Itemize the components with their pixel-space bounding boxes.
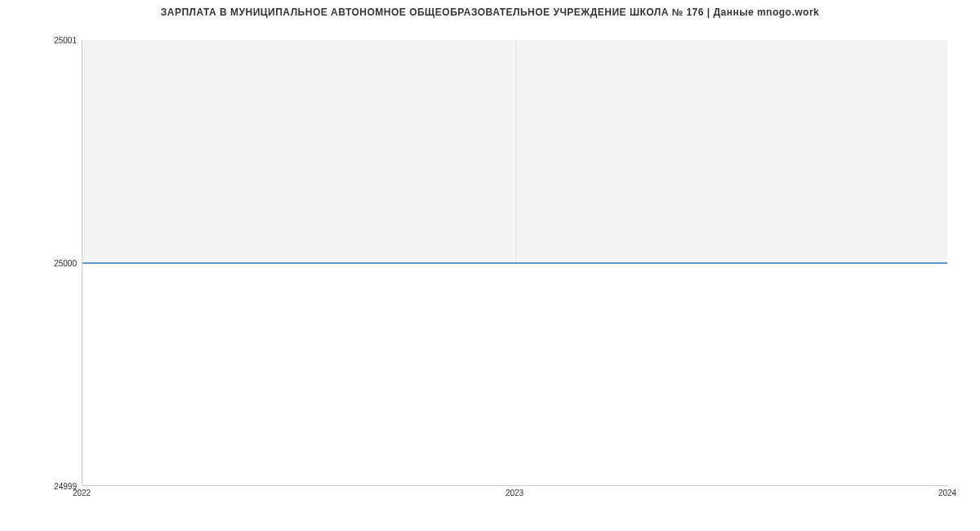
- y-tick-25001: 25001: [54, 36, 77, 45]
- plot-lower-half: [82, 263, 947, 486]
- x-tick-2023: 2023: [506, 489, 523, 498]
- plot-area: [82, 40, 947, 486]
- chart-title: ЗАРПЛАТА В МУНИЦИПАЛЬНОЕ АВТОНОМНОЕ ОБЩЕ…: [0, 7, 980, 18]
- data-line: [82, 262, 947, 264]
- x-tick-2022: 2022: [73, 489, 91, 498]
- x-tick-2024: 2024: [938, 489, 956, 498]
- y-tick-25000: 25000: [54, 259, 77, 268]
